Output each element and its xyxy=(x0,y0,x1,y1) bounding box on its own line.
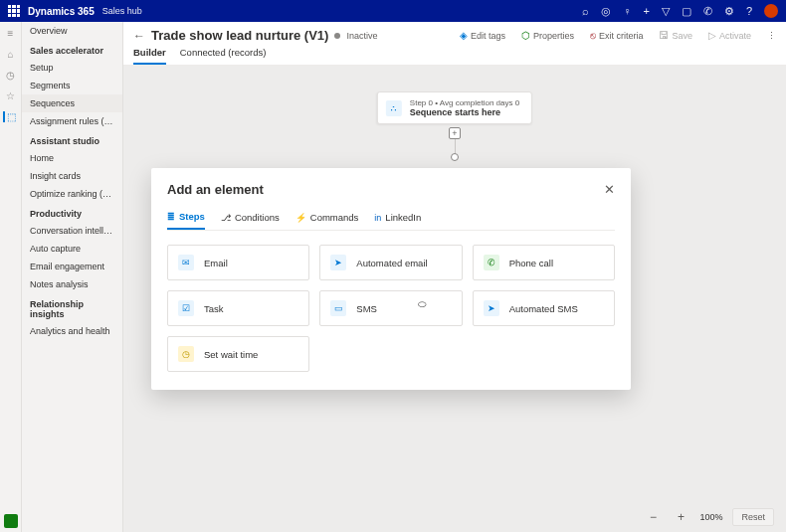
card-wait[interactable]: ◷Set wait time xyxy=(167,336,309,372)
phone-icon[interactable]: ✆ xyxy=(703,5,712,18)
email-icon: ✉ xyxy=(178,255,194,270)
page-tabs: Builder Connected (records) xyxy=(123,43,786,66)
zoom-in-button[interactable]: + xyxy=(672,508,689,526)
help-icon[interactable]: ? xyxy=(746,5,752,17)
more-button[interactable]: ⋮ xyxy=(767,31,776,41)
reset-button[interactable]: Reset xyxy=(732,508,774,526)
close-button[interactable]: ✕ xyxy=(604,182,615,197)
rail-pinned-icon[interactable]: ☆ xyxy=(6,90,15,101)
people-icon: ⛬ xyxy=(386,100,402,116)
properties-button[interactable]: ⬡Properties xyxy=(521,30,574,41)
back-arrow-icon[interactable]: ← xyxy=(133,29,145,43)
sidebar-item-conversation-intel[interactable]: Conversation intelligence xyxy=(22,222,122,240)
sidebar-header-assistant: Assistant studio xyxy=(22,130,122,149)
rail-home-icon[interactable]: ⌂ xyxy=(7,49,13,60)
add-element-dialog: Add an element ✕ ≣Steps ⎇Conditions ⚡Com… xyxy=(151,168,631,390)
end-node xyxy=(451,153,459,161)
settings-icon[interactable]: ⚙ xyxy=(724,5,734,18)
dialog-title: Add an element xyxy=(167,182,264,197)
zoom-out-button[interactable]: − xyxy=(644,508,662,526)
sidebar-item-setup[interactable]: Setup xyxy=(22,59,122,77)
zoom-level: 100% xyxy=(699,512,722,522)
status-label: Inactive xyxy=(346,31,377,41)
user-avatar[interactable] xyxy=(764,4,778,18)
activate-icon: ▷ xyxy=(708,30,716,41)
sidebar-item-insight-cards[interactable]: Insight cards xyxy=(22,167,122,185)
sidebar-item-optimize-ranking[interactable]: Optimize ranking (preview) xyxy=(22,185,122,203)
app-launcher-icon[interactable] xyxy=(8,5,20,17)
dialog-tab-commands[interactable]: ⚡Commands xyxy=(295,211,359,230)
element-grid: ✉Email ➤Automated email ✆Phone call ☑Tas… xyxy=(167,245,615,372)
chat-icon[interactable]: ▢ xyxy=(682,5,691,18)
status-dot-icon xyxy=(334,33,340,39)
sms-icon: ▭ xyxy=(330,300,346,316)
dialog-tabs: ≣Steps ⎇Conditions ⚡Commands inLinkedIn xyxy=(167,211,615,231)
tab-connected[interactable]: Connected (records) xyxy=(180,47,267,65)
exit-criteria-button[interactable]: ⎋Exit criteria xyxy=(590,30,644,41)
conditions-icon: ⎇ xyxy=(221,213,231,223)
card-email[interactable]: ✉Email xyxy=(167,245,309,280)
tag-icon: ◈ xyxy=(460,30,468,41)
phone-icon: ✆ xyxy=(484,255,499,270)
sidebar-item-overview[interactable]: Overview xyxy=(22,22,122,40)
dialog-tab-steps[interactable]: ≣Steps xyxy=(167,211,205,230)
edit-tags-button[interactable]: ◈Edit tags xyxy=(460,30,505,41)
task-icon: ☑ xyxy=(178,300,194,316)
sidebar-item-sequences[interactable]: Sequences xyxy=(22,94,122,112)
filter-icon[interactable]: ▽ xyxy=(662,5,670,18)
rail-sequences-icon[interactable]: ⬚ xyxy=(3,111,16,122)
start-label: Sequence starts here xyxy=(410,107,519,117)
top-nav-bar: Dynamics 365 Sales hub ⌕ ◎ ♀ + ▽ ▢ ✆ ⚙ ? xyxy=(0,0,786,22)
sidebar-header-accelerator: Sales accelerator xyxy=(22,40,122,59)
card-automated-email[interactable]: ➤Automated email xyxy=(319,245,462,280)
exit-icon: ⎋ xyxy=(590,30,596,41)
rail-recent-icon[interactable]: ◷ xyxy=(6,70,15,81)
cursor-icon: ⬭ xyxy=(418,298,427,310)
card-automated-sms[interactable]: ➤Automated SMS xyxy=(473,290,615,326)
page-header: ← Trade show lead nurture (V1) Inactive … xyxy=(123,22,786,43)
sidebar-item-assignment-rules[interactable]: Assignment rules (preview) xyxy=(22,112,122,130)
auto-sms-icon: ➤ xyxy=(484,300,499,316)
card-sms[interactable]: ▭SMS xyxy=(319,290,462,326)
save-icon: 🖫 xyxy=(659,30,669,41)
activate-button[interactable]: ▷Activate xyxy=(708,30,751,41)
assistant-icon[interactable]: ◎ xyxy=(601,5,611,18)
auto-email-icon: ➤ xyxy=(330,255,346,270)
sidebar-header-productivity: Productivity xyxy=(22,203,122,222)
properties-icon: ⬡ xyxy=(521,30,530,41)
card-phone[interactable]: ✆Phone call xyxy=(473,245,615,280)
brand-name: Dynamics 365 xyxy=(28,6,95,17)
save-button[interactable]: 🖫Save xyxy=(659,30,692,41)
lightbulb-icon[interactable]: ♀ xyxy=(623,5,631,17)
clock-icon: ◷ xyxy=(178,346,194,362)
dialog-tab-linkedin[interactable]: inLinkedIn xyxy=(374,211,421,230)
sidebar-header-relationship: Relationship insights xyxy=(22,293,122,322)
rail-menu-icon[interactable]: ≡ xyxy=(8,28,14,39)
add-icon[interactable]: + xyxy=(643,5,649,17)
commands-icon: ⚡ xyxy=(295,213,306,223)
steps-icon: ≣ xyxy=(167,212,175,222)
sidebar-item-auto-capture[interactable]: Auto capture xyxy=(22,240,122,258)
linkedin-icon: in xyxy=(374,213,381,223)
canvas-footer: − + 100% Reset xyxy=(644,508,774,526)
sidebar-item-email-engagement[interactable]: Email engagement xyxy=(22,258,122,275)
card-task[interactable]: ☑Task xyxy=(167,290,309,326)
sidebar: Overview Sales accelerator Setup Segment… xyxy=(22,22,123,532)
page-title: Trade show lead nurture (V1) xyxy=(151,28,328,43)
app-subtitle: Sales hub xyxy=(102,6,142,16)
sidebar-item-notes-analysis[interactable]: Notes analysis xyxy=(22,275,122,293)
dialog-tab-conditions[interactable]: ⎇Conditions xyxy=(221,211,280,230)
search-icon[interactable]: ⌕ xyxy=(582,5,589,17)
sidebar-item-home[interactable]: Home xyxy=(22,149,122,167)
vertical-rail: ≡ ⌂ ◷ ☆ ⬚ xyxy=(0,22,22,532)
tab-builder[interactable]: Builder xyxy=(133,47,166,65)
sidebar-item-analytics-health[interactable]: Analytics and health xyxy=(22,322,122,340)
add-step-button[interactable]: + xyxy=(449,127,461,139)
start-node[interactable]: ⛬ Step 0 • Avg completion days 0 Sequenc… xyxy=(377,91,532,124)
start-meta: Step 0 • Avg completion days 0 xyxy=(410,98,519,107)
area-switcher[interactable] xyxy=(4,514,18,528)
sidebar-item-segments[interactable]: Segments xyxy=(22,77,122,94)
